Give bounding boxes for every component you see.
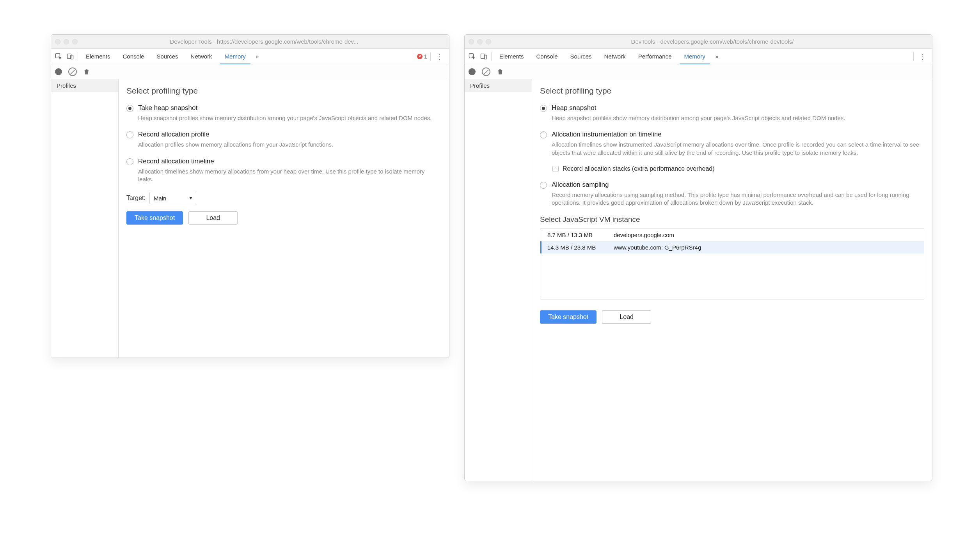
devtools-window-right: DevTools - developers.google.com/web/too… — [464, 34, 932, 481]
button-row: Take snapshot Load — [540, 310, 924, 324]
tab-toolbar: Elements Console Sources Network Perform… — [465, 49, 932, 64]
memory-subtoolbar — [465, 64, 932, 79]
more-tabs-icon[interactable]: » — [254, 53, 261, 60]
option-title: Record allocation profile — [138, 131, 209, 138]
option-title: Allocation sampling — [552, 181, 609, 189]
divider — [430, 52, 431, 61]
vm-memory: 14.3 MB / 23.8 MB — [547, 244, 614, 251]
close-icon[interactable] — [469, 39, 474, 44]
window-title: Developer Tools - https://developers.goo… — [83, 38, 445, 45]
radio-icon[interactable] — [540, 131, 547, 138]
device-toggle-icon[interactable] — [479, 52, 488, 61]
record-stacks-row[interactable]: Record allocation stacks (extra performa… — [552, 165, 924, 172]
vm-row[interactable]: 14.3 MB / 23.8 MB www.youtube.com: G_P6r… — [540, 241, 924, 253]
take-snapshot-button[interactable]: Take snapshot — [126, 211, 183, 225]
load-button[interactable]: Load — [188, 211, 238, 225]
option-allocation-profile[interactable]: Record allocation profile — [126, 131, 441, 138]
option-description: Allocation timelines show memory allocat… — [138, 168, 441, 184]
option-title: Allocation instrumentation on timeline — [552, 131, 662, 138]
traffic-lights — [469, 39, 491, 44]
zoom-icon[interactable] — [486, 39, 491, 44]
tab-network[interactable]: Network — [186, 49, 217, 64]
tab-memory[interactable]: Memory — [220, 49, 250, 64]
tab-elements[interactable]: Elements — [81, 49, 115, 64]
tab-sources[interactable]: Sources — [152, 49, 183, 64]
memory-subtoolbar — [51, 64, 449, 79]
kebab-menu-icon[interactable]: ⋮ — [917, 52, 929, 61]
target-value: Main — [154, 195, 167, 202]
tab-toolbar: Elements Console Sources Network Memory … — [51, 49, 449, 64]
option-description: Record memory allocations using sampling… — [552, 191, 924, 207]
option-title: Take heap snapshot — [138, 104, 197, 112]
option-allocation-sampling[interactable]: Allocation sampling — [540, 181, 924, 189]
option-allocation-timeline[interactable]: Allocation instrumentation on timeline — [540, 131, 924, 138]
tab-elements[interactable]: Elements — [495, 49, 529, 64]
panel-body: Profiles Select profiling type Heap snap… — [465, 79, 932, 481]
option-description: Heap snapshot profiles show memory distr… — [552, 114, 924, 122]
divider — [913, 52, 914, 61]
delete-icon[interactable] — [83, 68, 90, 76]
checkbox-icon[interactable] — [552, 166, 559, 172]
radio-icon[interactable] — [540, 182, 547, 189]
error-count: 1 — [424, 53, 427, 60]
target-row: Target: Main — [126, 192, 441, 204]
clear-icon[interactable] — [68, 67, 77, 76]
error-indicator[interactable]: ✕ 1 — [417, 53, 427, 60]
vm-origin: developers.google.com — [614, 232, 924, 238]
tab-sources[interactable]: Sources — [566, 49, 597, 64]
tab-network[interactable]: Network — [600, 49, 630, 64]
vm-row[interactable]: 8.7 MB / 13.3 MB developers.google.com — [540, 229, 924, 241]
option-description: Allocation profiles show memory allocati… — [138, 141, 441, 149]
inspect-element-icon[interactable] — [54, 52, 63, 61]
button-row: Take snapshot Load — [126, 211, 441, 225]
radio-icon[interactable] — [126, 158, 133, 165]
radio-icon[interactable] — [126, 105, 133, 112]
titlebar: Developer Tools - https://developers.goo… — [51, 35, 449, 49]
option-heap-snapshot[interactable]: Heap snapshot — [540, 104, 924, 112]
minimize-icon[interactable] — [477, 39, 483, 44]
more-tabs-icon[interactable]: » — [713, 53, 721, 60]
tab-memory[interactable]: Memory — [680, 49, 710, 64]
kebab-menu-icon[interactable]: ⋮ — [434, 52, 446, 61]
traffic-lights — [55, 39, 78, 44]
option-title: Record allocation timeline — [138, 158, 214, 165]
option-description: Heap snapshot profiles show memory distr… — [138, 114, 441, 122]
divider — [78, 52, 78, 61]
content: Select profiling type Take heap snapshot… — [119, 79, 449, 358]
sidebar-header: Profiles — [51, 79, 118, 92]
vm-heading: Select JavaScript VM instance — [540, 215, 924, 224]
vm-origin: www.youtube.com: G_P6rpRSr4g — [614, 244, 924, 251]
option-description: Allocation timelines show instrumented J… — [552, 141, 924, 157]
tab-performance[interactable]: Performance — [634, 49, 676, 64]
delete-icon[interactable] — [497, 68, 504, 76]
record-icon[interactable] — [55, 68, 62, 75]
option-allocation-timeline[interactable]: Record allocation timeline — [126, 158, 441, 165]
radio-icon[interactable] — [126, 131, 133, 138]
sidebar: Profiles — [465, 79, 532, 481]
sidebar: Profiles — [51, 79, 119, 358]
divider — [491, 52, 492, 61]
checkbox-label: Record allocation stacks (extra performa… — [563, 165, 715, 172]
sidebar-header: Profiles — [465, 79, 532, 92]
vm-instance-table: 8.7 MB / 13.3 MB developers.google.com 1… — [540, 228, 924, 299]
take-snapshot-button[interactable]: Take snapshot — [540, 310, 597, 324]
panel-body: Profiles Select profiling type Take heap… — [51, 79, 449, 358]
page-title: Select profiling type — [126, 86, 441, 96]
option-heap-snapshot[interactable]: Take heap snapshot — [126, 104, 441, 112]
page-title: Select profiling type — [540, 86, 924, 96]
minimize-icon[interactable] — [64, 39, 69, 44]
target-label: Target: — [126, 195, 146, 202]
option-title: Heap snapshot — [552, 104, 596, 112]
load-button[interactable]: Load — [602, 310, 651, 324]
clear-icon[interactable] — [482, 67, 490, 76]
tab-console[interactable]: Console — [532, 49, 563, 64]
titlebar: DevTools - developers.google.com/web/too… — [465, 35, 932, 49]
target-select[interactable]: Main — [149, 192, 196, 204]
record-icon[interactable] — [469, 68, 476, 75]
close-icon[interactable] — [55, 39, 60, 44]
radio-icon[interactable] — [540, 105, 547, 112]
inspect-element-icon[interactable] — [468, 52, 476, 61]
device-toggle-icon[interactable] — [66, 52, 75, 61]
tab-console[interactable]: Console — [118, 49, 149, 64]
zoom-icon[interactable] — [72, 39, 78, 44]
